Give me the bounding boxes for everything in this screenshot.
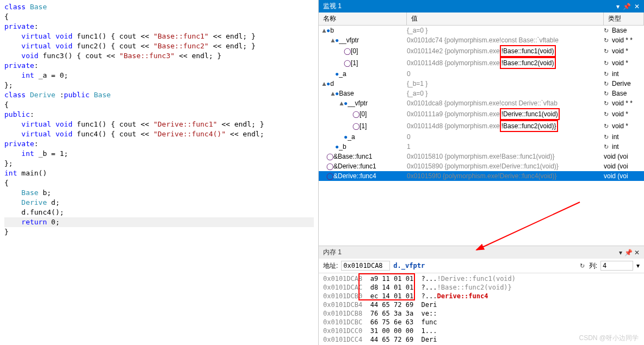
code-line[interactable]: class Derive :public Base	[4, 90, 314, 100]
code-line[interactable]: Base b;	[4, 188, 314, 198]
watch-row[interactable]: ◯ &Base::func10x01015810 {polymorphism.e…	[319, 152, 644, 161]
code-line[interactable]: {	[4, 178, 314, 188]
grid-header: 名称 值 类型	[319, 12, 644, 26]
watch-row[interactable]: ● _a0↻int	[319, 132, 644, 142]
right-pane: 监视 1 ▾ 📌 ✕ 名称 值 类型 ▲● b{_a=0 }↻Base▲● __…	[319, 0, 644, 345]
code-line[interactable]: }	[4, 227, 314, 237]
watch-row[interactable]: ◯ [1]0x010114d8 {polymorphism.exe!Base::…	[319, 57, 644, 69]
code-line[interactable]: private:	[4, 61, 314, 71]
watch-row[interactable]: ◯ &Derive::func10x01015890 {polymorphism…	[319, 161, 644, 171]
watermark: CSDN @呀小边同学	[579, 334, 639, 343]
watch-row[interactable]: ▲● __vfptr0x0101dc74 {polymorphism.exe!c…	[319, 35, 644, 45]
code-line[interactable]: int _b = 1;	[4, 149, 314, 159]
memory-row: 0x0101DCB4 44 65 72 69 Deri	[323, 300, 640, 309]
addr-input[interactable]	[341, 261, 390, 271]
code-line[interactable]: return 0;	[4, 217, 314, 227]
code-line[interactable]: };	[4, 159, 314, 168]
pin-icon[interactable]: 📌	[624, 249, 633, 256]
memory-panel: 内存 1 ▾ 📌 ✕ 地址: d._vfptr ↻ 列: ▾ 0x0101DCA…	[319, 246, 644, 345]
memory-header: 内存 1 ▾ 📌 ✕	[319, 246, 644, 259]
code-line[interactable]: int _a = 0;	[4, 71, 314, 80]
addr-label: 地址:	[323, 261, 338, 271]
watch-row[interactable]: ▲● Base{_a=0 }↻Base	[319, 89, 644, 98]
close-icon[interactable]: ✕	[634, 3, 640, 10]
stepper-icon[interactable]: ▾	[636, 262, 640, 269]
close-icon[interactable]: ✕	[634, 249, 640, 256]
col-value[interactable]: 值	[407, 12, 604, 25]
code-line[interactable]: virtual void func4() { cout << "Derive::…	[4, 129, 314, 139]
refresh-icon[interactable]: ↻	[580, 262, 585, 269]
watch-row[interactable]: ◯ [0]0x010111a9 {polymorphism.exe!Derive…	[319, 108, 644, 120]
code-line[interactable]: Derive d;	[4, 198, 314, 208]
watch-row[interactable]: ▲● __vfptr0x0101dca8 {polymorphism.exe!c…	[319, 98, 644, 108]
code-line[interactable]: private:	[4, 139, 314, 149]
code-line[interactable]: d.func4();	[4, 208, 314, 217]
watch-row[interactable]: ● _b1↻int	[319, 142, 644, 152]
watch-title: 监视 1	[323, 2, 342, 11]
watch-grid: 名称 值 类型 ▲● b{_a=0 }↻Base▲● __vfptr0x0101…	[319, 12, 644, 246]
col-input[interactable]	[600, 261, 633, 271]
watch-row[interactable]: ◯ &Derive::func40x010159f0 {polymorphism…	[319, 171, 644, 181]
watch-row[interactable]: ▲● d{_b=1 }↻Derive	[319, 79, 644, 89]
code-line[interactable]: public:	[4, 110, 314, 120]
vfptr-comment: d._vfptr	[393, 262, 425, 269]
code-editor[interactable]: class Base{private: virtual void func1()…	[0, 0, 319, 345]
watch-row[interactable]: ◯ [0]0x010114e2 {polymorphism.exe!Base::…	[319, 45, 644, 57]
watch-panel: 监视 1 ▾ 📌 ✕ 名称 值 类型 ▲● b{_a=0 }↻Base▲● __…	[319, 0, 644, 246]
code-line[interactable]: class Base	[4, 2, 314, 12]
code-line[interactable]: {	[4, 12, 314, 22]
watch-header: 监视 1 ▾ 📌 ✕	[319, 0, 644, 12]
memory-title: 内存 1	[323, 248, 342, 257]
pin-icon[interactable]: 📌	[623, 3, 631, 10]
code-line[interactable]: void func3() { cout << "Base::func3" << …	[4, 51, 314, 61]
code-line[interactable]: int main()	[4, 168, 314, 178]
memory-row: 0x0101DCBC 66 75 6e 63 func	[323, 318, 640, 327]
col-label: 列:	[589, 261, 597, 271]
memory-address-bar: 地址: d._vfptr ↻ 列: ▾	[319, 259, 644, 273]
code-line[interactable]: virtual void func2() { cout << "Base::fu…	[4, 41, 314, 51]
highlight-box-bytes	[358, 273, 415, 300]
code-line[interactable]: };	[4, 80, 314, 90]
code-line[interactable]: virtual void func1() { cout << "Base::fu…	[4, 32, 314, 41]
dropdown-icon[interactable]: ▾	[619, 249, 622, 256]
watch-row[interactable]: ● _a0↻int	[319, 69, 644, 79]
memory-row: 0x0101DCB8 76 65 3a 3a ve::	[323, 309, 640, 318]
watch-row[interactable]: ▲● b{_a=0 }↻Base	[319, 26, 644, 35]
code-line[interactable]: virtual void func1() { cout << "Derive::…	[4, 120, 314, 129]
code-line[interactable]: private:	[4, 22, 314, 32]
col-type[interactable]: 类型	[604, 12, 644, 25]
watch-row[interactable]: ◯ [1]0x010114d8 {polymorphism.exe!Base::…	[319, 120, 644, 132]
code-line[interactable]: {	[4, 100, 314, 110]
col-name[interactable]: 名称	[319, 12, 407, 25]
dropdown-icon[interactable]: ▾	[616, 3, 620, 10]
